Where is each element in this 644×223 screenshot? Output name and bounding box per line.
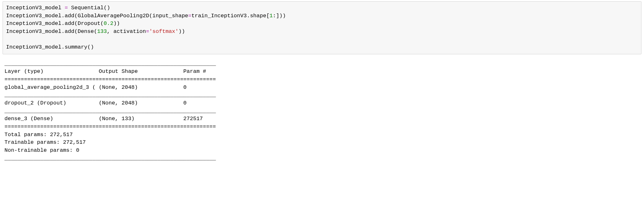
summary-rule: ________________________________________… bbox=[4, 92, 216, 98]
code-line-6: InceptionV3_model.summary() bbox=[6, 44, 94, 50]
summary-header: Layer (type) Output Shape Param # bbox=[4, 68, 216, 74]
summary-total-params: Total params: 272,517 bbox=[4, 132, 73, 138]
code-line-1: InceptionV3_model = Sequential() bbox=[6, 5, 110, 11]
summary-rule-double: ========================================… bbox=[4, 124, 216, 130]
code-input-cell[interactable]: InceptionV3_model = Sequential() Incepti… bbox=[3, 1, 641, 54]
summary-row: dropout_2 (Dropout) (None, 2048) 0 bbox=[4, 100, 216, 106]
code-output-cell: ________________________________________… bbox=[0, 60, 644, 164]
summary-trainable-params: Trainable params: 272,517 bbox=[4, 139, 86, 145]
summary-rule: ________________________________________… bbox=[4, 108, 216, 114]
summary-row: global_average_pooling2d_3 ( (None, 2048… bbox=[4, 84, 216, 90]
code-line-2: InceptionV3_model.add(GlobalAveragePooli… bbox=[6, 13, 286, 19]
summary-rule-double: ========================================… bbox=[4, 76, 216, 82]
code-line-4: InceptionV3_model.add(Dense(133, activat… bbox=[6, 28, 185, 35]
summary-rule: ________________________________________… bbox=[4, 61, 216, 67]
summary-rule: ________________________________________… bbox=[4, 155, 216, 161]
code-line-3: InceptionV3_model.add(Dropout(0.2)) bbox=[6, 20, 120, 27]
summary-row: dense_3 (Dense) (None, 133) 272517 bbox=[4, 116, 216, 122]
summary-nontrainable-params: Non-trainable params: 0 bbox=[4, 147, 79, 153]
